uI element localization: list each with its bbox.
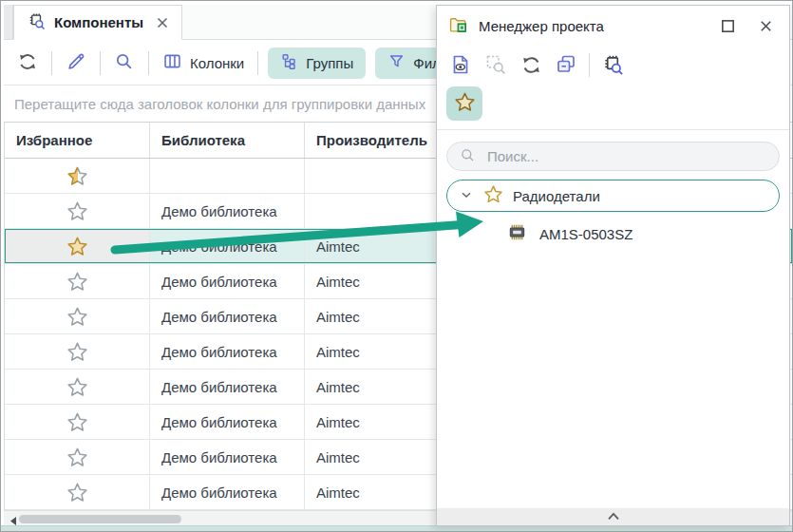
favorite-cell[interactable]	[5, 159, 150, 193]
star-icon	[454, 91, 476, 116]
column-header-favorites[interactable]: Избранное	[5, 123, 150, 158]
columns-icon	[162, 51, 182, 74]
star-icon	[483, 184, 503, 207]
groups-tree-icon	[280, 52, 298, 73]
library-cell: Демо библиотека	[150, 194, 305, 228]
project-folder-icon	[448, 14, 469, 38]
chevron-up-icon	[604, 509, 623, 525]
library-cell: Демо библиотека	[150, 334, 305, 369]
panel-collapse-bar[interactable]	[437, 508, 789, 525]
groups-button-label: Группы	[306, 55, 353, 71]
favorite-cell[interactable]	[5, 475, 150, 509]
search-input[interactable]	[485, 147, 766, 165]
columns-button-label: Колонки	[190, 55, 244, 71]
application-window: Компоненты	[0, 0, 793, 532]
tab-close-icon[interactable]	[156, 16, 169, 29]
toolbar-divider	[100, 51, 101, 75]
refresh-button[interactable]	[13, 48, 42, 77]
preview-document-icon[interactable]	[448, 52, 473, 77]
column-header-library[interactable]: Библиотека	[150, 123, 305, 158]
library-cell: Демо библиотека	[150, 264, 305, 298]
favorite-star-icon[interactable]	[66, 411, 88, 433]
favorite-star-icon[interactable]	[66, 200, 88, 222]
groups-button[interactable]: Группы	[268, 48, 366, 79]
panel-toolbar	[437, 46, 789, 84]
favorite-cell[interactable]	[5, 229, 150, 263]
panel-title-bar[interactable]: Менеджер проекта	[437, 6, 789, 46]
panel-title: Менеджер проекта	[479, 18, 708, 34]
tab-strip-edge	[4, 5, 13, 39]
toolbar-divider	[589, 53, 590, 77]
favorite-star-icon[interactable]	[66, 236, 88, 257]
favorites-toggle-button[interactable]	[446, 86, 482, 121]
library-cell	[150, 159, 305, 193]
library-cell: Демо библиотека	[150, 299, 305, 333]
toolbar-divider	[51, 51, 52, 75]
favorite-cell[interactable]	[5, 194, 150, 228]
library-cell: Демо библиотека	[150, 475, 305, 509]
library-cell: Демо библиотека	[150, 405, 305, 439]
search-icon	[114, 51, 135, 75]
copy-icon[interactable]	[554, 52, 578, 77]
edit-pencil-icon	[66, 51, 86, 75]
favorite-cell[interactable]	[5, 299, 150, 333]
refresh-icon[interactable]	[519, 52, 543, 77]
favorite-cell[interactable]	[5, 264, 150, 298]
chip-search-icon	[28, 12, 46, 33]
edit-button[interactable]	[62, 48, 90, 77]
search-icon	[460, 147, 476, 166]
scrollbar-thumb[interactable]	[19, 515, 181, 523]
toolbar-divider	[257, 51, 258, 75]
favorites-filter-row	[437, 84, 789, 130]
tab-label: Компоненты	[54, 14, 143, 30]
favorite-star-icon[interactable]	[66, 376, 88, 398]
maximize-button[interactable]	[717, 15, 738, 36]
favorite-cell[interactable]	[5, 370, 150, 404]
chip-search-icon[interactable]	[600, 52, 625, 77]
favorite-cell[interactable]	[5, 440, 150, 474]
tree-item-component[interactable]: AM1S-0503SZ	[507, 222, 789, 245]
library-cell: Демо библиотека	[150, 440, 305, 474]
chip-icon	[507, 222, 527, 245]
favorite-star-icon[interactable]	[66, 306, 88, 328]
favorite-cell[interactable]	[5, 334, 150, 369]
columns-button[interactable]: Колонки	[159, 51, 248, 74]
project-manager-panel: Менеджер проекта	[436, 5, 790, 526]
favorite-star-icon[interactable]	[66, 341, 88, 363]
refresh-icon	[17, 51, 38, 75]
search-box[interactable]	[446, 142, 780, 171]
select-area-search-icon[interactable]	[483, 52, 508, 77]
tree-item-label: AM1S-0503SZ	[539, 226, 633, 242]
toolbar-divider	[148, 51, 149, 75]
favorite-star-icon[interactable]	[66, 271, 88, 293]
library-cell: Демо библиотека	[150, 229, 305, 263]
filter-funnel-icon	[387, 52, 406, 73]
tab-components[interactable]: Компоненты	[13, 5, 182, 40]
chevron-down-icon[interactable]	[459, 187, 474, 205]
close-button[interactable]	[755, 15, 776, 36]
search-button[interactable]	[110, 48, 139, 77]
favorite-star-icon[interactable]	[66, 482, 88, 504]
tree-group-label: Радиодетали	[513, 188, 600, 204]
tree-group-radiodetali[interactable]: Радиодетали	[446, 180, 780, 212]
favorite-star-icon[interactable]	[66, 446, 88, 468]
favorite-star-icon[interactable]	[66, 165, 88, 187]
favorite-cell[interactable]	[5, 405, 150, 439]
library-cell: Демо библиотека	[150, 370, 305, 404]
